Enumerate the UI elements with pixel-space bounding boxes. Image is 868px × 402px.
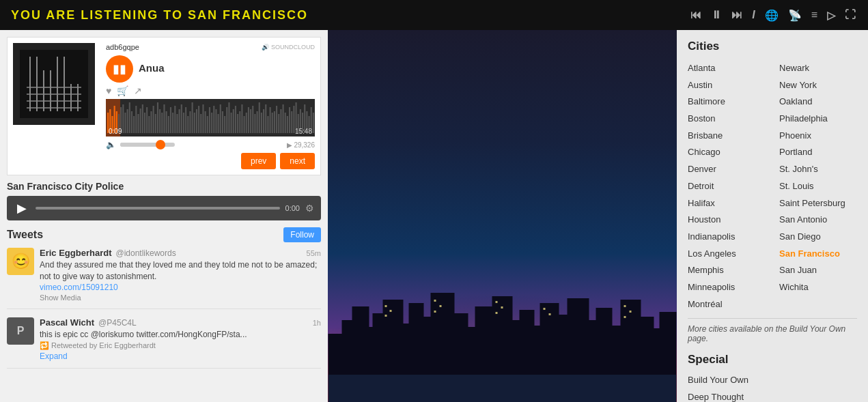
follow-button[interactable]: Follow bbox=[283, 227, 321, 242]
like-icon[interactable]: ♥ bbox=[106, 85, 111, 96]
city-link[interactable]: Detroit bbox=[688, 178, 766, 195]
list-icon[interactable]: ≡ bbox=[811, 9, 819, 21]
tweet-media-1[interactable]: Show Media bbox=[40, 293, 321, 302]
city-link[interactable]: Los Angeles bbox=[688, 246, 766, 263]
tweet-user-row-2: Pascal Wicht @P45C4L 1h bbox=[40, 317, 321, 328]
svg-rect-62 bbox=[211, 113, 212, 133]
city-link[interactable]: Saint Petersburg bbox=[779, 195, 857, 212]
pause-icon[interactable]: ⏸ bbox=[711, 9, 723, 21]
album-art bbox=[13, 43, 95, 125]
header: YOU ARE LISTENING TO SAN FRANCISCO ⏮ ⏸ ⏭… bbox=[0, 0, 868, 30]
svg-rect-109 bbox=[313, 113, 314, 133]
svg-rect-61 bbox=[209, 107, 210, 133]
svg-rect-149 bbox=[434, 311, 436, 313]
city-link[interactable]: Minneapolis bbox=[688, 279, 766, 296]
tweets-title: Tweets bbox=[7, 229, 43, 241]
main-layout: adb6gqpe 🔊 SOUNDCLOUD ▮▮ Anua ♥ 🛒 ↗ bbox=[0, 30, 868, 402]
city-link[interactable]: Chicago bbox=[688, 144, 766, 161]
city-link[interactable]: Indianapolis bbox=[688, 229, 766, 246]
city-link[interactable]: Halifax bbox=[688, 195, 766, 212]
svg-rect-145 bbox=[390, 310, 392, 312]
tweet-item: 😊 Eric Eggberhardt @idontlikewords 55m A… bbox=[7, 248, 321, 309]
cities-col1: AtlantaAustinBaltimoreBostonBrisbaneChic… bbox=[688, 60, 766, 313]
fullscreen-icon[interactable]: ⛶ bbox=[845, 9, 857, 21]
svg-rect-65 bbox=[218, 114, 219, 133]
city-link[interactable]: Houston bbox=[688, 212, 766, 229]
city-link[interactable]: Austin bbox=[688, 77, 766, 94]
sc-track-title: Anua bbox=[139, 62, 165, 74]
city-link[interactable]: Atlanta bbox=[688, 60, 766, 77]
tweet-body-1: Eric Eggberhardt @idontlikewords 55m And… bbox=[40, 248, 321, 302]
city-link[interactable]: San Juan bbox=[779, 262, 857, 279]
sc-btn-row: prev next bbox=[106, 153, 315, 169]
city-link[interactable]: New York bbox=[779, 77, 857, 94]
special-title: Special bbox=[688, 353, 857, 367]
city-link[interactable]: St. Louis bbox=[779, 178, 857, 195]
svg-rect-50 bbox=[185, 107, 186, 133]
next-button[interactable]: next bbox=[280, 153, 315, 169]
svg-rect-58 bbox=[202, 104, 204, 133]
prev-button[interactable]: prev bbox=[241, 153, 276, 169]
svg-rect-92 bbox=[276, 106, 277, 133]
forward-icon[interactable]: ⏭ bbox=[731, 9, 744, 21]
arrow-icon[interactable]: ▷ bbox=[827, 9, 837, 22]
svg-rect-64 bbox=[215, 109, 216, 133]
special-link[interactable]: Build Your Own bbox=[688, 372, 857, 389]
police-play-button[interactable]: ▶ bbox=[14, 200, 30, 216]
globe-icon[interactable]: 🌐 bbox=[765, 9, 780, 22]
sc-play-button[interactable]: ▮▮ bbox=[106, 55, 133, 83]
sc-header-row: adb6gqpe 🔊 SOUNDCLOUD bbox=[106, 43, 315, 51]
city-link[interactable]: Philadelphia bbox=[779, 111, 857, 128]
city-link[interactable]: San Diego bbox=[779, 229, 857, 246]
svg-rect-85 bbox=[261, 113, 262, 133]
svg-rect-22 bbox=[124, 113, 126, 133]
city-link[interactable]: Newark bbox=[779, 60, 857, 77]
city-link[interactable]: Wichita bbox=[779, 279, 857, 296]
svg-rect-91 bbox=[274, 111, 275, 133]
cities-title: Cities bbox=[688, 40, 857, 53]
waveform-svg: // bars generated in CSS bbox=[106, 99, 315, 137]
svg-rect-56 bbox=[198, 106, 199, 133]
city-link[interactable]: Oakland bbox=[779, 94, 857, 111]
city-link[interactable]: Memphis bbox=[688, 262, 766, 279]
svg-rect-147 bbox=[434, 300, 436, 302]
city-link[interactable]: Boston bbox=[688, 111, 766, 128]
volume-bar[interactable] bbox=[120, 143, 175, 147]
svg-rect-79 bbox=[248, 107, 249, 133]
tweet-time-2: 1h bbox=[313, 319, 321, 327]
special-link[interactable]: Deep Thought bbox=[688, 389, 857, 402]
svg-rect-60 bbox=[207, 116, 208, 133]
city-link[interactable]: Brisbane bbox=[688, 128, 766, 145]
svg-rect-152 bbox=[496, 312, 498, 314]
volume-handle[interactable] bbox=[156, 140, 165, 149]
city-link[interactable]: Denver bbox=[688, 161, 766, 178]
rewind-icon[interactable]: ⏮ bbox=[690, 9, 703, 21]
city-link[interactable]: Baltimore bbox=[688, 94, 766, 111]
svg-rect-73 bbox=[235, 106, 236, 133]
volume-icon[interactable]: 🔈 bbox=[106, 140, 116, 149]
city-background bbox=[328, 30, 677, 402]
rss-icon[interactable]: 📡 bbox=[788, 9, 803, 22]
city-link[interactable]: Portland bbox=[779, 144, 857, 161]
police-progress-bar[interactable] bbox=[36, 207, 280, 210]
city-link[interactable]: St. John's bbox=[779, 161, 857, 178]
svg-rect-32 bbox=[146, 107, 148, 133]
soundcloud-player: adb6gqpe 🔊 SOUNDCLOUD ▮▮ Anua ♥ 🛒 ↗ bbox=[7, 37, 321, 175]
tweet-handle-2: @P45C4L bbox=[98, 318, 137, 328]
info-icon[interactable]: i bbox=[752, 9, 756, 21]
svg-rect-143 bbox=[328, 375, 677, 402]
svg-rect-72 bbox=[233, 109, 234, 133]
svg-rect-83 bbox=[257, 111, 258, 133]
repost-icon[interactable]: 🛒 bbox=[117, 85, 128, 96]
play-count: ▶ 29,326 bbox=[287, 141, 315, 149]
sc-waveform[interactable]: // bars generated in CSS bbox=[106, 99, 315, 137]
tweet-link-1[interactable]: vimeo.com/15091210 bbox=[40, 283, 321, 292]
city-link[interactable]: Phoenix bbox=[779, 128, 857, 145]
svg-rect-84 bbox=[259, 102, 260, 133]
share-icon[interactable]: ↗ bbox=[134, 85, 142, 96]
city-link[interactable]: San Francisco bbox=[779, 246, 857, 263]
city-link[interactable]: San Antonio bbox=[779, 212, 857, 229]
tweet-expand-2[interactable]: Expand bbox=[40, 351, 321, 361]
city-link[interactable]: Montréal bbox=[688, 296, 766, 313]
police-settings-icon[interactable]: ⚙ bbox=[305, 203, 314, 214]
